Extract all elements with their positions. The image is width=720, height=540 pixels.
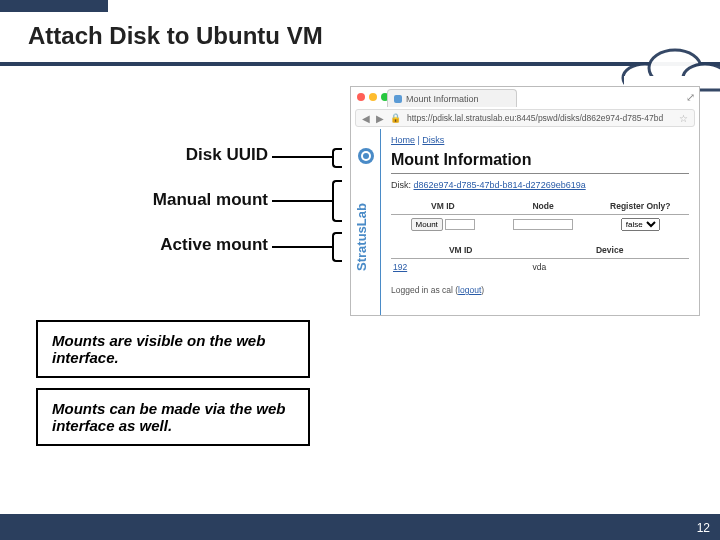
col-device: Device <box>530 242 689 259</box>
back-icon[interactable]: ◀ <box>362 113 370 124</box>
col-node: Node <box>495 198 592 215</box>
disk-label: Disk: <box>391 180 411 190</box>
url-text: https://pdisk.lal.stratuslab.eu:8445/psw… <box>407 113 673 123</box>
stratuslab-logo: StratusLab <box>351 129 381 315</box>
window-controls <box>357 93 389 101</box>
logged-prefix: Logged in as cal ( <box>391 285 458 295</box>
minimize-icon[interactable] <box>369 93 377 101</box>
slide-title: Attach Disk to Ubuntu VM <box>28 22 323 50</box>
mount-form-table: VM ID Node Register Only? Mount false <box>391 198 689 234</box>
col-vmid2: VM ID <box>391 242 530 259</box>
disk-line: Disk: d862e974-d785-47bd-b814-d27269eb61… <box>391 180 689 190</box>
vmid-link[interactable]: 192 <box>393 262 407 272</box>
breadcrumb: Home | Disks <box>391 133 689 151</box>
page-heading: Mount Information <box>391 151 689 174</box>
active-mounts-table: VM ID Device 192 vda <box>391 242 689 275</box>
favicon-icon <box>394 95 402 103</box>
fullscreen-icon[interactable]: ⤢ <box>686 91 695 104</box>
pointer-line <box>272 246 334 248</box>
browser-tab[interactable]: Mount Information <box>387 89 517 107</box>
note-box-2: Mounts can be made via the web interface… <box>36 388 310 446</box>
bracket <box>332 232 342 262</box>
forward-icon[interactable]: ▶ <box>376 113 384 124</box>
label-manual-mount: Manual mount <box>153 190 268 210</box>
mount-button[interactable]: Mount <box>411 218 443 231</box>
page-number: 12 <box>697 521 710 535</box>
url-bar[interactable]: ◀ ▶ 🔒 https://pdisk.lal.stratuslab.eu:84… <box>355 109 695 127</box>
bookmark-icon[interactable]: ☆ <box>679 113 688 124</box>
lock-icon: 🔒 <box>390 113 401 123</box>
label-disk-uuid: Disk UUID <box>186 145 268 165</box>
breadcrumb-disks[interactable]: Disks <box>422 135 444 145</box>
close-icon[interactable] <box>357 93 365 101</box>
breadcrumb-home[interactable]: Home <box>391 135 415 145</box>
col-register: Register Only? <box>592 198 690 215</box>
bracket <box>332 148 342 168</box>
note-box-1: Mounts are visible on the web interface. <box>36 320 310 378</box>
node-input[interactable] <box>513 219 573 230</box>
svg-text:StratusLab: StratusLab <box>354 203 369 271</box>
vmid-input[interactable] <box>445 219 475 230</box>
device-value: vda <box>530 259 689 276</box>
bracket <box>332 180 342 222</box>
pointer-line <box>272 156 334 158</box>
pointer-line <box>272 200 334 202</box>
logged-suffix: ) <box>481 285 484 295</box>
tab-title: Mount Information <box>406 94 479 104</box>
browser-screenshot: ⤢ Mount Information ◀ ▶ 🔒 https://pdisk.… <box>350 86 700 316</box>
col-vmid: VM ID <box>391 198 495 215</box>
register-select[interactable]: false <box>621 218 660 231</box>
footer-bar: 12 <box>0 514 720 540</box>
disk-uuid-link[interactable]: d862e974-d785-47bd-b814-d27269eb619a <box>414 180 586 190</box>
label-active-mount: Active mount <box>160 235 268 255</box>
table-row: Mount false <box>391 215 689 235</box>
login-status: Logged in as cal (logout) <box>391 285 689 295</box>
svg-point-7 <box>363 153 369 159</box>
page-content: Home | Disks Mount Information Disk: d86… <box>381 129 699 315</box>
logout-link[interactable]: logout <box>458 285 481 295</box>
table-row: 192 vda <box>391 259 689 276</box>
title-accent-bar <box>0 0 108 12</box>
